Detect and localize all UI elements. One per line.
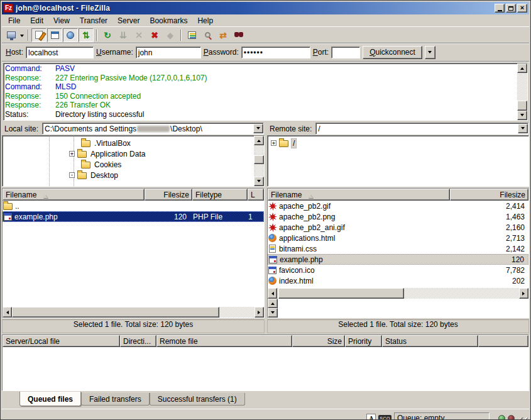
- host-input[interactable]: localhost: [26, 47, 94, 58]
- tree-item-desktop[interactable]: - Desktop: [3, 170, 254, 180]
- column-header-filetype[interactable]: Filetype: [192, 189, 248, 201]
- scrollbar-thumb[interactable]: [517, 101, 527, 111]
- resize-grip[interactable]: [518, 417, 528, 420]
- local-path-combo[interactable]: C:\Documents and Settings\Desktop\: [42, 123, 264, 135]
- speed-limit-badge-icon[interactable]: SCQ: [378, 415, 391, 420]
- column-header-size[interactable]: Size: [292, 335, 345, 347]
- find-files-button[interactable]: [231, 28, 246, 42]
- scrollbar-track[interactable]: [277, 288, 519, 299]
- list-item[interactable]: apache_pb2.gif2,414: [268, 201, 528, 211]
- column-header-remote-file[interactable]: Remote file: [156, 335, 292, 347]
- message-log[interactable]: Command:PASV Response:227 Entering Passi…: [3, 63, 528, 121]
- list-item-parent-dir[interactable]: ..: [3, 201, 264, 211]
- list-item[interactable]: apache_pb2_ani.gif2,160: [268, 222, 528, 233]
- site-manager-button[interactable]: [4, 28, 19, 42]
- port-input[interactable]: [331, 47, 360, 58]
- column-header-server-local-file[interactable]: Server/Local file: [3, 335, 120, 347]
- scroll-right-button[interactable]: [519, 288, 528, 299]
- remote-path-combo[interactable]: /: [315, 123, 528, 135]
- menu-transfer[interactable]: Transfer: [75, 15, 112, 26]
- list-item[interactable]: applications.html2,713: [268, 233, 528, 243]
- toggle-message-log-button[interactable]: [31, 28, 47, 42]
- directory-comparison-button[interactable]: [200, 28, 215, 42]
- refresh-button[interactable]: ↻: [100, 28, 115, 42]
- list-item[interactable]: bitnami.css2,142: [268, 243, 528, 254]
- scroll-right-button[interactable]: [255, 307, 264, 318]
- scrollbar-track[interactable]: [254, 145, 264, 177]
- tree-item-cookies[interactable]: Cookies: [3, 159, 254, 170]
- directory-listing-filters-button[interactable]: [184, 28, 199, 42]
- remote-tree[interactable]: + /: [267, 135, 529, 187]
- list-item[interactable]: apache_pb2.png1,463: [268, 211, 528, 222]
- column-header-direction[interactable]: Directi...: [120, 335, 156, 347]
- local-list-hscrollbar[interactable]: [3, 307, 264, 318]
- disconnect-button[interactable]: ✖: [147, 28, 162, 42]
- tree-item-virtualbox[interactable]: .VirtualBox: [3, 138, 254, 148]
- scroll-left-button[interactable]: [3, 307, 12, 318]
- column-header-lastmodified[interactable]: L: [248, 189, 264, 201]
- tree-expander-plus[interactable]: +: [271, 140, 276, 146]
- tree-item-root[interactable]: + /: [268, 138, 528, 148]
- tab-failed-transfers[interactable]: Failed transfers: [81, 393, 150, 406]
- menu-help[interactable]: Help: [192, 15, 218, 26]
- menu-server[interactable]: Server: [112, 15, 145, 26]
- remote-list-scrollbar[interactable]: [268, 299, 278, 318]
- scroll-down-button[interactable]: [268, 308, 278, 318]
- column-header-status[interactable]: Status: [382, 335, 478, 347]
- menu-edit[interactable]: Edit: [25, 15, 48, 26]
- local-tree-scrollbar[interactable]: [254, 136, 264, 186]
- tab-successful-transfers[interactable]: Successful transfers (1): [150, 393, 245, 406]
- column-header-filesize[interactable]: Filesize: [450, 189, 528, 201]
- maximize-button[interactable]: [506, 4, 516, 13]
- quickconnect-dropdown[interactable]: [425, 46, 435, 59]
- scroll-up-button[interactable]: [517, 64, 527, 73]
- remote-list-hscrollbar[interactable]: [268, 288, 528, 299]
- scroll-left-button[interactable]: [268, 288, 277, 299]
- list-item-selected[interactable]: example.php120: [268, 254, 528, 265]
- reconnect-button[interactable]: ◆: [163, 28, 178, 42]
- list-item[interactable]: index.html202: [268, 275, 528, 286]
- tree-expander-plus[interactable]: +: [69, 151, 75, 157]
- scroll-up-button[interactable]: [268, 299, 278, 308]
- list-item-example-php[interactable]: example.php 120 PHP File 1: [3, 211, 264, 222]
- toggle-transfer-queue-button[interactable]: ⇅: [79, 28, 94, 42]
- menu-bookmarks[interactable]: Bookmarks: [145, 15, 192, 26]
- scrollbar-thumb[interactable]: [12, 307, 219, 318]
- column-header-filename[interactable]: Filename: [3, 189, 145, 201]
- column-header-filename[interactable]: Filename: [268, 189, 450, 201]
- tree-expander-minus[interactable]: -: [69, 172, 75, 178]
- scroll-down-button[interactable]: [254, 177, 264, 186]
- site-manager-dropdown[interactable]: [20, 35, 24, 39]
- close-button[interactable]: ×: [517, 4, 527, 13]
- list-item[interactable]: favicon.ico7,782: [268, 265, 528, 275]
- toggle-remote-tree-button[interactable]: [63, 28, 78, 42]
- tree-item-application-data[interactable]: + Application Data: [3, 148, 254, 159]
- scrollbar-thumb[interactable]: [278, 288, 404, 299]
- local-path-dropdown[interactable]: [253, 124, 263, 133]
- title-bar[interactable]: Fz john@localhost - FileZilla ×: [2, 2, 529, 14]
- menu-file[interactable]: File: [3, 15, 25, 26]
- column-header-filesize[interactable]: Filesize: [145, 189, 192, 201]
- tab-queued-files[interactable]: Queued files: [19, 392, 81, 406]
- quickconnect-button[interactable]: Quickconnect: [363, 46, 422, 59]
- scrollbar-thumb[interactable]: [254, 155, 264, 164]
- toggle-local-tree-button[interactable]: [47, 28, 62, 42]
- synchronized-browsing-button[interactable]: ⇄: [216, 28, 231, 42]
- minimize-button[interactable]: [495, 4, 505, 13]
- username-input[interactable]: john: [136, 47, 201, 58]
- scrollbar-track[interactable]: [517, 73, 527, 111]
- cancel-button[interactable]: ✕: [131, 28, 146, 42]
- password-input[interactable]: ••••••: [241, 47, 310, 58]
- column-header-priority[interactable]: Priority: [345, 335, 382, 347]
- local-tree[interactable]: .VirtualBox + Application Data Cookies -: [2, 135, 265, 187]
- queue-empty-area[interactable]: [3, 347, 528, 390]
- remote-path-dropdown[interactable]: [518, 124, 528, 133]
- log-scrollbar[interactable]: [517, 64, 527, 120]
- scroll-down-button[interactable]: [517, 111, 527, 120]
- port-label: Port:: [313, 48, 329, 57]
- menu-view[interactable]: View: [48, 15, 75, 26]
- transfer-type-ascii-icon[interactable]: A: [366, 414, 376, 420]
- scroll-up-button[interactable]: [254, 136, 264, 145]
- process-queue-button[interactable]: ⇊: [116, 28, 131, 42]
- scrollbar-track[interactable]: [12, 307, 255, 318]
